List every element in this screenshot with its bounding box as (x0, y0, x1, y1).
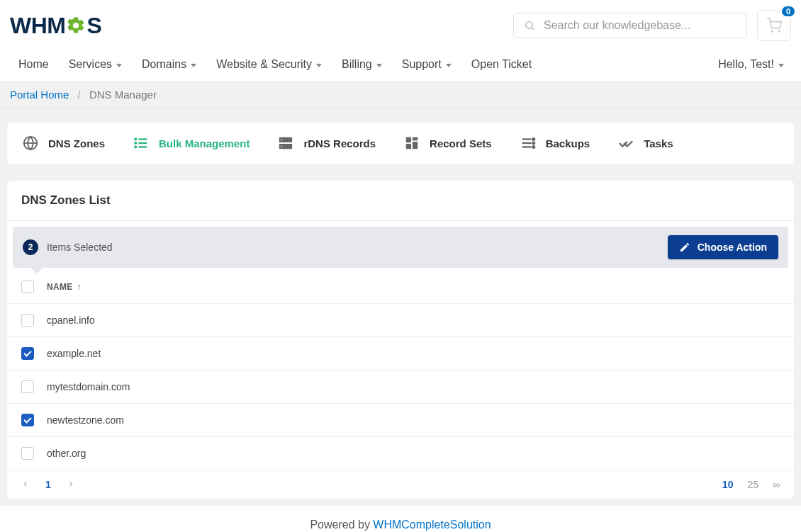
breadcrumb: Portal Home / DNS Manager (0, 81, 801, 108)
row-checkbox[interactable] (21, 447, 34, 460)
nav-item-label: Home (18, 58, 49, 71)
svg-point-9 (135, 139, 136, 140)
tab-tasks[interactable]: Tasks (618, 135, 673, 151)
nav-item-label: Billing (342, 58, 372, 71)
row-checkbox[interactable] (21, 414, 34, 426)
page-size-option[interactable]: 25 (747, 479, 758, 490)
brand-logo[interactable]: WHM S (10, 13, 101, 39)
footer-text: Powered by (310, 519, 373, 531)
panel-title: DNS Zones List (7, 181, 794, 221)
tab-label: Record Sets (430, 137, 492, 149)
page-size-option[interactable]: ∞ (773, 479, 780, 490)
tab-label: rDNS Records (303, 137, 376, 149)
cart-button[interactable]: 0 (757, 10, 791, 41)
svg-point-25 (532, 146, 534, 148)
svg-rect-19 (406, 144, 411, 149)
chevron-down-icon (116, 64, 122, 67)
table-header: NAME ↑ (7, 271, 794, 304)
pagination: 1 1025∞ (7, 470, 794, 499)
search-input[interactable] (544, 19, 736, 32)
gear-icon (66, 16, 86, 35)
nav-item-label: Support (402, 58, 442, 71)
svg-point-15 (281, 146, 283, 147)
zone-name: newtestzone.com (47, 414, 124, 426)
tab-label: Tasks (644, 137, 673, 149)
table-row: other.org (7, 437, 794, 470)
brand-post: S (86, 13, 101, 39)
selection-label: Items Selected (47, 242, 113, 253)
page-prev[interactable] (21, 479, 30, 490)
table-row: example.net (7, 337, 794, 370)
footer: Powered by WHMCompleteSolution (0, 506, 801, 532)
user-menu[interactable]: Hello, Test! (711, 48, 791, 81)
nav-item-support[interactable]: Support (393, 48, 460, 81)
breadcrumb-current: DNS Manager (89, 89, 157, 101)
nav-item-website-security[interactable]: Website & Security (208, 48, 330, 81)
breadcrumb-separator: / (78, 89, 81, 101)
page-next[interactable] (67, 479, 75, 490)
column-name-label: NAME (47, 282, 73, 292)
chevron-down-icon (316, 64, 322, 67)
row-checkbox[interactable] (21, 347, 34, 360)
backup-icon (520, 135, 536, 151)
user-greeting: Hello, Test! (718, 58, 774, 71)
svg-rect-17 (413, 137, 418, 141)
chevron-down-icon (376, 64, 382, 67)
search-icon (524, 20, 535, 31)
tab-label: Bulk Management (159, 137, 250, 149)
nav-item-label: Open Ticket (471, 58, 532, 71)
selection-count: 2 (23, 239, 38, 255)
row-checkbox[interactable] (21, 380, 34, 393)
tab-rdns-records[interactable]: rDNS Records (278, 135, 376, 151)
cart-icon (766, 18, 782, 33)
nav-item-label: Domains (142, 58, 186, 71)
row-checkbox[interactable] (21, 314, 34, 327)
zone-name: cpanel.info (47, 315, 95, 326)
choose-action-button[interactable]: Choose Action (668, 235, 778, 259)
chevron-down-icon (446, 64, 452, 67)
search-box[interactable] (513, 13, 747, 38)
footer-link[interactable]: WHMCompleteSolution (373, 519, 491, 531)
svg-point-14 (281, 140, 283, 141)
svg-point-23 (532, 138, 534, 140)
chevron-down-icon (191, 64, 196, 67)
breadcrumb-home[interactable]: Portal Home (10, 89, 69, 101)
page-size-option[interactable]: 10 (722, 479, 734, 490)
column-name[interactable]: NAME ↑ (47, 282, 82, 292)
tab-label: DNS Zones (48, 137, 105, 149)
choose-action-label: Choose Action (698, 242, 767, 253)
nav-item-domains[interactable]: Domains (133, 48, 205, 81)
table-row: newtestzone.com (7, 404, 794, 437)
tab-backups[interactable]: Backups (520, 135, 590, 151)
zone-name: example.net (47, 348, 101, 359)
cart-count-badge: 0 (782, 6, 795, 16)
nav-item-label: Website & Security (216, 58, 312, 71)
tab-label: Backups (546, 137, 590, 149)
svg-point-10 (135, 142, 136, 144)
zone-name: other.org (47, 448, 86, 459)
svg-point-2 (771, 30, 773, 32)
select-all-checkbox[interactable] (21, 281, 34, 293)
svg-line-1 (532, 28, 534, 30)
tab-dns-zones[interactable]: DNS Zones (23, 135, 105, 151)
svg-point-0 (526, 22, 532, 28)
nav-item-billing[interactable]: Billing (333, 48, 391, 81)
main-nav: HomeServicesDomainsWebsite & SecurityBil… (0, 48, 801, 81)
server-icon (278, 135, 293, 151)
nav-item-open-ticket[interactable]: Open Ticket (463, 48, 540, 81)
nav-item-label: Services (69, 58, 112, 71)
svg-point-11 (135, 147, 136, 148)
tab-record-sets[interactable]: Record Sets (404, 135, 492, 151)
table-row: cpanel.info (7, 304, 794, 337)
table-row: mytestdomain.com (7, 370, 794, 404)
page-number[interactable]: 1 (45, 479, 51, 490)
zone-name: mytestdomain.com (47, 381, 130, 392)
selection-bar: 2 Items Selected Choose Action (13, 227, 788, 268)
nav-item-home[interactable]: Home (10, 48, 57, 81)
svg-point-24 (532, 142, 534, 145)
nav-item-services[interactable]: Services (60, 48, 130, 81)
svg-rect-18 (413, 142, 418, 149)
svg-rect-16 (406, 137, 411, 142)
sort-asc-icon: ↑ (77, 282, 82, 292)
tab-bulk-management[interactable]: Bulk Management (133, 135, 250, 151)
